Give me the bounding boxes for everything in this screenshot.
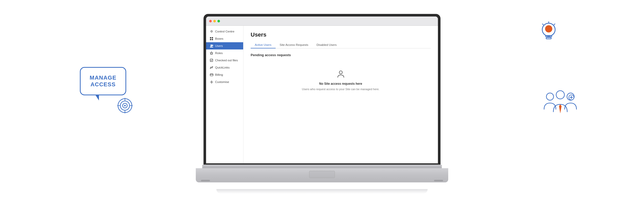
speech-bubble: MANAGE ACCESS: [80, 67, 126, 98]
laptop-feet-left: [201, 180, 210, 181]
svg-rect-10: [546, 36, 552, 37]
sidebar-item-checked-out-label: Checked out files: [215, 59, 238, 62]
section-title: Pending access requests: [251, 53, 431, 57]
svg-point-3: [124, 105, 126, 106]
sidebar-item-roles-label: Roles: [215, 52, 223, 55]
users-icon: [210, 44, 213, 48]
svg-point-26: [210, 45, 212, 46]
sidebar-item-checked-out[interactable]: Checked out files: [206, 57, 243, 64]
sidebar-item-users-label: Users: [215, 44, 223, 47]
sidebar-item-boxes-label: Boxes: [215, 37, 223, 40]
sidebar-item-quicklinks-label: QuickLinks: [215, 66, 230, 69]
svg-line-14: [542, 24, 544, 25]
laptop-reflection: [216, 189, 428, 194]
svg-marker-18: [559, 104, 562, 113]
svg-point-2: [123, 103, 127, 108]
sidebar-item-quicklinks[interactable]: QuickLinks: [206, 64, 243, 71]
sidebar-item-users[interactable]: Users: [206, 42, 243, 49]
svg-rect-30: [210, 74, 213, 76]
main-content: Users Active Users Site Access Requests …: [243, 26, 438, 163]
target-icon: [117, 98, 133, 113]
sidebar: ⚙ Control Centre Boxes Users: [206, 26, 243, 163]
svg-line-13: [554, 24, 555, 25]
svg-point-9: [545, 25, 552, 32]
svg-point-17: [556, 91, 564, 99]
lightbulb-icon: [538, 21, 559, 44]
laptop-screen-body: ⚙ Control Centre Boxes Users: [204, 14, 440, 166]
sidebar-item-billing[interactable]: Billing: [206, 71, 243, 78]
sidebar-item-customise-label: Customise: [215, 80, 229, 83]
svg-line-29: [211, 67, 212, 68]
empty-state: No Site access requests here Users who r…: [251, 62, 431, 91]
checked-out-icon: [210, 58, 213, 62]
svg-point-27: [212, 45, 213, 46]
svg-point-8: [542, 23, 555, 36]
sidebar-item-customise[interactable]: Customise: [206, 78, 243, 86]
tab-disabled-users[interactable]: Disabled Users: [312, 42, 341, 48]
browser-maximize-dot: [217, 20, 220, 22]
control-centre-icon: ⚙: [210, 30, 213, 33]
svg-point-16: [567, 93, 574, 100]
svg-rect-22: [210, 37, 211, 38]
laptop-hinge: [202, 165, 442, 168]
billing-icon: [210, 73, 213, 77]
laptop-base: [196, 165, 448, 189]
laptop-feet-right: [434, 180, 443, 181]
svg-point-19: [569, 95, 574, 100]
empty-state-title: No Site access requests here: [319, 82, 362, 86]
laptop-trackpad: [309, 171, 335, 178]
laptop-bottom: [196, 168, 448, 182]
laptop: ⚙ Control Centre Boxes Users: [196, 14, 448, 189]
svg-rect-24: [210, 39, 211, 40]
svg-point-32: [211, 81, 212, 83]
tab-site-access[interactable]: Site Access Requests: [276, 42, 312, 48]
svg-rect-23: [212, 37, 213, 38]
speech-bubble-text: MANAGE ACCESS: [81, 74, 125, 88]
tabs-bar: Active Users Site Access Requests Disabl…: [251, 42, 431, 48]
empty-state-person-icon: [337, 70, 345, 80]
sidebar-item-roles[interactable]: Roles: [206, 49, 243, 57]
boxes-icon: [210, 37, 213, 40]
laptop-screen-inner: ⚙ Control Centre Boxes Users: [206, 16, 438, 163]
svg-rect-25: [212, 39, 213, 40]
svg-point-1: [120, 101, 130, 110]
browser-content: ⚙ Control Centre Boxes Users: [206, 26, 438, 163]
customise-icon: [210, 80, 213, 84]
browser-close-dot: [209, 20, 212, 22]
sidebar-item-billing-label: Billing: [215, 73, 223, 76]
people-icon: [544, 88, 577, 119]
svg-point-15: [546, 93, 554, 100]
svg-rect-11: [546, 38, 551, 39]
empty-state-description: Users who request access to your Site ca…: [302, 88, 379, 91]
svg-point-0: [118, 99, 132, 113]
quicklinks-icon: [210, 66, 213, 69]
svg-point-33: [339, 71, 342, 74]
sidebar-item-control-centre-label: Control Centre: [215, 30, 234, 33]
roles-icon: [210, 51, 213, 55]
tab-active-users[interactable]: Active Users: [251, 42, 276, 48]
sidebar-item-boxes[interactable]: Boxes: [206, 35, 243, 42]
sidebar-item-control-centre[interactable]: ⚙ Control Centre: [206, 28, 243, 35]
page-title: Users: [251, 31, 431, 38]
browser-chrome: [206, 16, 438, 26]
browser-minimize-dot: [213, 20, 216, 22]
